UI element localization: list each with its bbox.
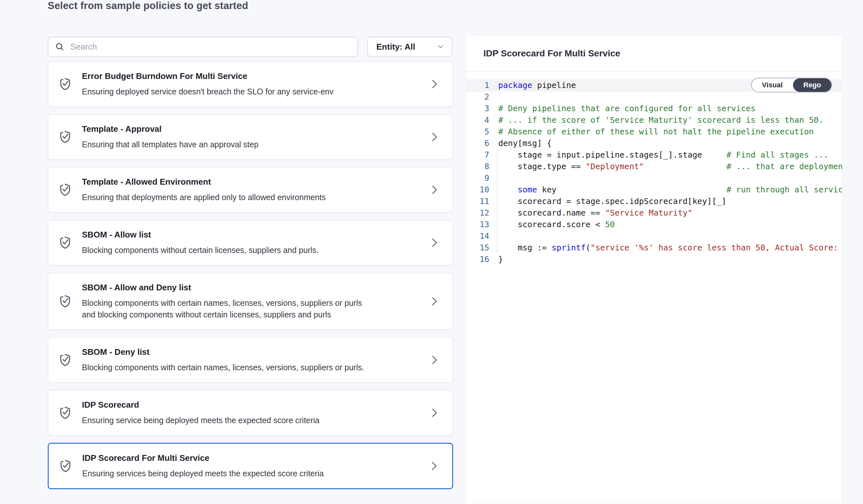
policy-card[interactable]: SBOM - Allow list Blocking components wi… (48, 220, 453, 266)
code-line: 5 # Absence of either of these will not … (466, 126, 842, 138)
chevron-right-icon[interactable] (429, 237, 440, 248)
policy-list: Error Budget Burndown For Multi Service … (48, 61, 453, 489)
line-number: 15 (466, 242, 498, 254)
shield-check-icon (49, 458, 82, 474)
line-number: 1 (466, 80, 498, 91)
code-text: scorecard.name == "Service Maturity" (498, 207, 842, 219)
chevron-right-icon[interactable] (429, 407, 440, 418)
policy-title: SBOM - Deny list (82, 347, 364, 357)
line-number: 16 (466, 254, 498, 265)
chevron-right-icon[interactable] (428, 461, 439, 471)
code-line: 2 (466, 91, 842, 103)
code-text (498, 91, 842, 103)
policy-card[interactable]: SBOM - Allow and Deny list Blocking comp… (48, 273, 453, 330)
code-line: 8 stage.type == "Deployment" # ... that … (466, 161, 842, 172)
policy-title: SBOM - Allow list (82, 230, 318, 240)
detail-panel-title: IDP Scorecard For Multi Service (484, 48, 620, 59)
indent-guide (497, 149, 498, 254)
line-number: 13 (466, 219, 498, 230)
code-line: 12 scorecard.name == "Service Maturity" (466, 207, 842, 219)
code-lines: 1 package pipeline 2 3 # Deny pipelines … (466, 80, 842, 265)
code-text: # ... if the score of 'Service Maturity'… (498, 114, 842, 126)
line-number: 6 (466, 138, 498, 149)
sample-policies-screen: Select from sample policies to get start… (0, 0, 863, 504)
search-input[interactable] (70, 41, 351, 52)
code-line: 9 (466, 172, 842, 184)
chevron-right-icon[interactable] (429, 79, 440, 90)
code-text (498, 230, 842, 242)
policy-card-text: Template - Allowed Environment Ensuring … (82, 177, 326, 203)
policy-card-text: Template - Approval Ensuring that all te… (82, 124, 259, 150)
line-number: 9 (466, 172, 498, 184)
shield-check-icon (48, 182, 82, 197)
policy-card[interactable]: Error Budget Burndown For Multi Service … (48, 61, 453, 107)
code-line: 7 stage = input.pipeline.stages[_].stage… (466, 149, 842, 161)
code-line: 13 scorecard.score < 50 (466, 219, 842, 230)
visual-tab[interactable]: Visual (752, 78, 793, 92)
search-box[interactable] (48, 37, 358, 57)
line-number: 2 (466, 91, 498, 103)
policy-description: Ensuring services being deployed meets t… (82, 468, 324, 479)
policy-detail-panel: IDP Scorecard For Multi Service 1 packag… (466, 36, 842, 504)
code-text: scorecard.score < 50 (498, 219, 842, 230)
chevron-right-icon[interactable] (429, 131, 440, 142)
policy-list-panel: Entity: All Error Budget Burndown For Mu… (48, 37, 453, 489)
code-text: stage = input.pipeline.stages[_].stage #… (498, 149, 842, 161)
policy-title: Error Budget Burndown For Multi Service (82, 71, 334, 81)
shield-check-icon (48, 352, 82, 368)
policy-description: Ensuring that all templates have an appr… (82, 139, 259, 150)
line-number: 4 (466, 114, 498, 126)
policy-card[interactable]: Template - Allowed Environment Ensuring … (48, 167, 453, 213)
shield-check-icon (48, 294, 82, 309)
policy-card-text: IDP Scorecard For Multi Service Ensuring… (82, 453, 324, 479)
chevron-right-icon[interactable] (429, 354, 440, 365)
line-number: 12 (466, 207, 498, 219)
chevron-right-icon[interactable] (429, 184, 440, 195)
line-number: 11 (466, 196, 498, 207)
rego-tab[interactable]: Rego (793, 78, 831, 92)
policy-title: IDP Scorecard For Multi Service (82, 453, 324, 463)
line-number: 10 (466, 184, 498, 196)
shield-check-icon (48, 129, 82, 145)
chevron-down-icon (436, 42, 445, 51)
code-line: 14 (466, 230, 842, 242)
code-line: 15 msg := sprintf("service '%s' has scor… (466, 242, 842, 254)
shield-check-icon (48, 235, 82, 250)
search-icon (55, 42, 64, 52)
code-text: stage.type == "Deployment" # ... that ar… (498, 161, 842, 172)
line-number: 8 (466, 161, 498, 172)
line-number: 3 (466, 103, 498, 114)
policy-card[interactable]: IDP Scorecard Ensuring service being dep… (48, 390, 453, 436)
code-text: scorecard = stage.spec.idpScorecard[key]… (498, 196, 842, 207)
policy-card-text: SBOM - Deny list Blocking components wit… (82, 347, 364, 373)
entity-filter-value: Entity: All (376, 42, 415, 52)
code-text: deny[msg] { (498, 138, 842, 149)
view-mode-toggle: Visual Rego (751, 78, 832, 92)
code-line: 3 # Deny pipelines that are configured f… (466, 103, 842, 114)
line-number: 14 (466, 230, 498, 242)
policy-title: IDP Scorecard (82, 400, 320, 410)
policy-card-text: IDP Scorecard Ensuring service being dep… (82, 400, 320, 426)
code-text: msg := sprintf("service '%s' has score l… (498, 242, 842, 254)
code-text: # Absence of either of these will not ha… (498, 126, 842, 138)
line-number: 7 (466, 149, 498, 161)
entity-filter-dropdown[interactable]: Entity: All (367, 37, 452, 57)
code-line: 11 scorecard = stage.spec.idpScorecard[k… (466, 196, 842, 207)
policy-title: Template - Approval (82, 124, 259, 134)
detail-panel-header: IDP Scorecard For Multi Service (466, 36, 842, 72)
chevron-right-icon[interactable] (429, 296, 440, 307)
policy-card-text: SBOM - Allow list Blocking components wi… (82, 230, 318, 256)
code-text: } (498, 254, 842, 265)
code-editor[interactable]: 1 package pipeline 2 3 # Deny pipelines … (466, 72, 842, 265)
code-line: 16 } (466, 254, 842, 265)
code-text: # Deny pipelines that are configured for… (498, 103, 842, 114)
policy-card[interactable]: SBOM - Deny list Blocking components wit… (48, 337, 453, 383)
policy-card[interactable]: Template - Approval Ensuring that all te… (48, 114, 453, 160)
policy-title: Template - Allowed Environment (82, 177, 326, 187)
policy-card-text: Error Budget Burndown For Multi Service … (82, 71, 334, 97)
list-toolbar: Entity: All (48, 37, 453, 57)
policy-card[interactable]: IDP Scorecard For Multi Service Ensuring… (48, 443, 453, 489)
code-line: 10 some key # run through all services (466, 184, 842, 196)
policy-description: Ensuring service being deployed meets th… (82, 414, 320, 426)
policy-description: Blocking components with certain names, … (82, 297, 366, 320)
